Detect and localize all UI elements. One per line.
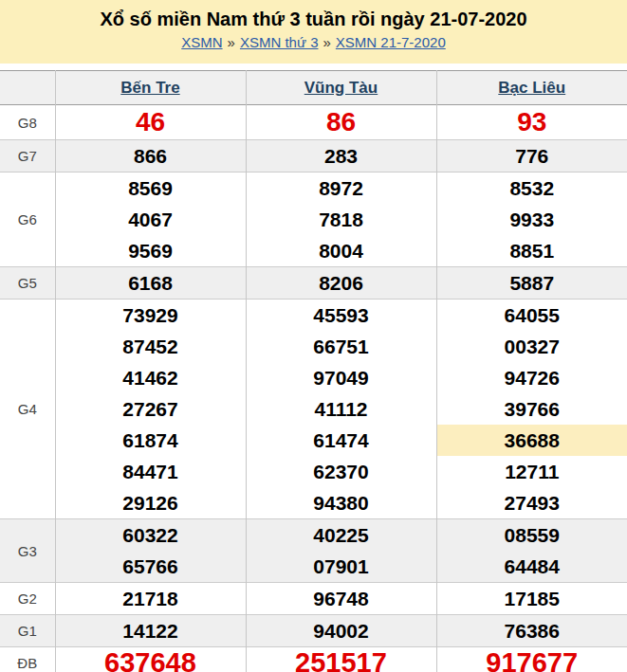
page-title: Xổ số miền Nam thứ 3 tuần rồi ngày 21-07…: [0, 8, 627, 30]
result-cell: 76386: [436, 615, 627, 647]
result-cell: 4022507901: [246, 519, 436, 583]
prize-label: G1: [0, 615, 55, 647]
result-cell: 866: [55, 140, 246, 173]
prize-row-g5: G5616882065887: [0, 267, 627, 300]
prize-label: G7: [0, 140, 55, 173]
province-link-vung-tau[interactable]: Vũng Tàu: [304, 79, 378, 97]
breadcrumb-link-xsmn[interactable]: XSMN: [181, 34, 222, 50]
result-number: 62370: [247, 456, 436, 487]
result-number: 87452: [56, 331, 246, 362]
result-cell: 93: [436, 105, 627, 140]
result-cell: 94002: [246, 615, 436, 647]
result-number: 29126: [56, 487, 246, 518]
breadcrumb-separator: »: [228, 34, 235, 50]
result-number: 40225: [247, 519, 436, 551]
result-number: 93: [437, 105, 627, 139]
top-banner: Xổ số miền Nam thứ 3 tuần rồi ngày 21-07…: [0, 0, 627, 64]
result-number: 8004: [247, 235, 436, 266]
result-number: 8972: [247, 173, 436, 204]
result-number: 97049: [247, 362, 436, 393]
result-number: 41462: [56, 362, 246, 393]
results-table: Bến Tre Vũng Tàu Bạc Liêu G8468693G78662…: [0, 70, 627, 672]
result-number: 94380: [247, 487, 436, 518]
result-cell: 897278188004: [246, 173, 436, 267]
result-number: 61474: [247, 425, 436, 456]
result-cell: 637648: [55, 647, 246, 672]
result-number: 27493: [437, 487, 627, 518]
prize-row-g6: G6856940679569897278188004853299338851: [0, 173, 627, 267]
result-number: 08559: [437, 519, 627, 551]
result-cell: 8206: [246, 267, 436, 300]
result-number: 866: [56, 140, 246, 172]
result-number: 776: [437, 140, 627, 172]
result-number: 64055: [437, 300, 627, 331]
prize-label: G4: [0, 300, 55, 519]
prize-label: G6: [0, 173, 55, 267]
prize-label: G5: [0, 267, 55, 300]
prize-row-g4: G473929874524146227267618748447129126455…: [0, 300, 627, 519]
result-number: 73929: [56, 300, 246, 331]
breadcrumb-separator: »: [323, 34, 331, 50]
prize-label: G3: [0, 519, 55, 583]
result-cell: 917677: [436, 647, 627, 672]
result-number: 00327: [437, 331, 627, 362]
prize-row-g3: G3603226576640225079010855964484: [0, 519, 627, 583]
result-cell: 776: [436, 140, 627, 173]
result-number: 94002: [247, 615, 436, 646]
result-number: 8851: [437, 235, 627, 266]
prize-label: ĐB: [0, 647, 55, 672]
result-number: 64484: [437, 551, 627, 582]
result-number: 76386: [437, 615, 627, 646]
result-number: 86: [247, 105, 436, 139]
breadcrumb: XSMN»XSMN thứ 3»XSMN 21-7-2020: [0, 34, 627, 51]
result-cell: 73929874524146227267618748447129126: [55, 300, 246, 519]
result-number: 917677: [437, 647, 627, 672]
result-number: 7818: [247, 204, 436, 235]
prize-row-g7: G7866283776: [0, 140, 627, 173]
result-cell: 853299338851: [436, 173, 627, 267]
result-number: 66751: [247, 331, 436, 362]
result-cell: 45593667519704941112614746237094380: [246, 300, 436, 519]
result-number: 45593: [247, 300, 436, 331]
prize-label: G2: [0, 583, 55, 615]
result-cell: 6168: [55, 267, 246, 300]
result-cell: 86: [246, 105, 436, 140]
result-number: 6168: [56, 267, 246, 299]
result-number: 637648: [56, 647, 246, 672]
column-header-bac-lieu: Bạc Liêu: [436, 71, 627, 105]
highlighted-number: 36688: [437, 425, 627, 456]
result-cell: 283: [246, 140, 436, 173]
result-cell: 14122: [55, 615, 246, 647]
result-number: 8532: [437, 173, 627, 204]
column-header-ben-tre: Bến Tre: [55, 71, 246, 105]
breadcrumb-link-xsmn-thu-3[interactable]: XSMN thứ 3: [240, 34, 319, 50]
result-cell: 0855964484: [436, 519, 627, 583]
result-cell: 251517: [246, 647, 436, 672]
result-number: 283: [247, 140, 436, 172]
prize-label: G8: [0, 105, 55, 140]
result-cell: 856940679569: [55, 173, 246, 267]
result-number: 21718: [56, 583, 246, 614]
result-number: 07901: [247, 551, 436, 582]
result-number: 251517: [247, 647, 436, 672]
result-cell: 21718: [55, 583, 246, 615]
result-cell: 96748: [246, 583, 436, 615]
result-number: 4067: [56, 204, 246, 235]
result-number: 8569: [56, 173, 246, 204]
result-cell: 17185: [436, 583, 627, 615]
result-number: 14122: [56, 615, 246, 646]
result-number: 84471: [56, 456, 246, 487]
prize-row-g2: G2217189674817185: [0, 583, 627, 615]
province-link-ben-tre[interactable]: Bến Tre: [120, 79, 179, 97]
table-header-row: Bến Tre Vũng Tàu Bạc Liêu: [0, 71, 627, 105]
result-number: 17185: [437, 583, 627, 614]
result-number: 12711: [437, 456, 627, 487]
breadcrumb-link-xsmn-date[interactable]: XSMN 21-7-2020: [336, 34, 446, 50]
result-number: 5887: [437, 267, 627, 299]
province-link-bac-lieu[interactable]: Bạc Liêu: [498, 79, 565, 97]
prize-row-g1: G1141229400276386: [0, 615, 627, 647]
result-cell: 6032265766: [55, 519, 246, 583]
corner-cell: [0, 71, 55, 105]
result-cell: 64055003279472639766366881271127493: [436, 300, 627, 519]
result-number: 46: [56, 105, 246, 139]
